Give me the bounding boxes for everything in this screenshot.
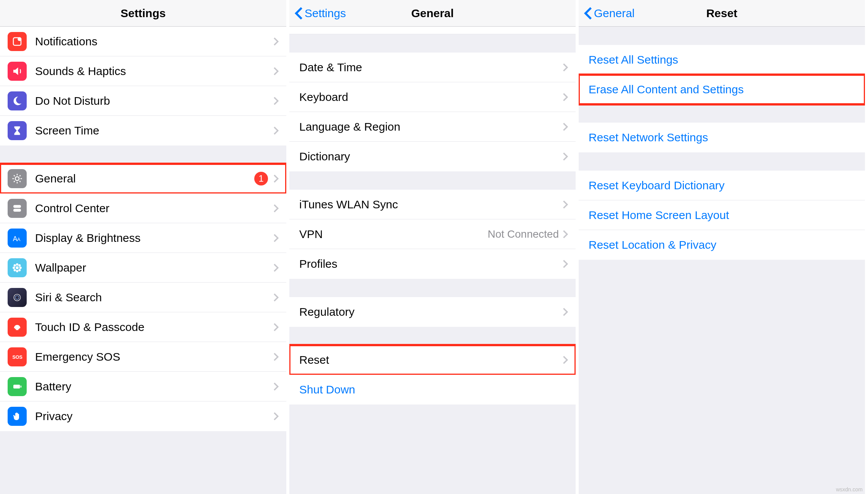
- row-control-center[interactable]: Control Center: [0, 193, 286, 223]
- row-notifications[interactable]: Notifications: [0, 27, 286, 56]
- row-sounds-haptics[interactable]: Sounds & Haptics: [0, 56, 286, 86]
- row-battery[interactable]: Battery: [0, 372, 286, 401]
- row-label: Profiles: [299, 257, 563, 270]
- row-label: Notifications: [35, 35, 273, 48]
- svg-text:A: A: [13, 235, 18, 242]
- general-header: Settings General: [289, 0, 576, 27]
- row-label: Erase All Content and Settings: [589, 83, 857, 96]
- row-reset[interactable]: Reset: [289, 345, 576, 375]
- chevron-right-icon: [273, 174, 279, 183]
- notification-badge: 1: [254, 172, 268, 185]
- row-itunes-wlan-sync[interactable]: iTunes WLAN Sync: [289, 190, 576, 219]
- row-reset-network-settings[interactable]: Reset Network Settings: [579, 123, 865, 152]
- row-label: Reset: [299, 353, 563, 366]
- sounds-icon: [8, 62, 27, 81]
- svg-rect-11: [13, 205, 21, 208]
- chevron-right-icon: [273, 96, 279, 106]
- row-do-not-disturb[interactable]: Do Not Disturb: [0, 86, 286, 116]
- row-siri-search[interactable]: Siri & Search: [0, 283, 286, 312]
- svg-point-17: [16, 270, 18, 272]
- svg-point-2: [15, 177, 19, 181]
- chevron-right-icon: [273, 352, 279, 361]
- row-touch-id-passcode[interactable]: Touch ID & Passcode: [0, 312, 286, 342]
- chevron-right-icon: [563, 230, 568, 239]
- row-reset-keyboard-dictionary[interactable]: Reset Keyboard Dictionary: [579, 171, 865, 200]
- row-label: Emergency SOS: [35, 350, 273, 363]
- row-erase-all-content[interactable]: Erase All Content and Settings: [579, 75, 865, 104]
- back-label: Settings: [305, 7, 346, 20]
- row-label: Siri & Search: [35, 291, 273, 304]
- settings-title: Settings: [0, 7, 286, 20]
- partial-row: [289, 27, 576, 34]
- chevron-right-icon: [273, 263, 279, 272]
- row-label: Date & Time: [299, 61, 563, 74]
- reset-header: General Reset: [579, 0, 865, 27]
- text-size-icon: AA: [8, 229, 27, 248]
- chevron-right-icon: [563, 355, 568, 365]
- flower-icon: [8, 258, 27, 277]
- battery-icon: [8, 377, 27, 396]
- row-label: Battery: [35, 380, 273, 393]
- notifications-icon: [8, 32, 27, 51]
- row-label: Reset All Settings: [589, 53, 857, 66]
- reset-panel: General Reset Reset All Settings Erase A…: [579, 0, 868, 494]
- row-label: Reset Home Screen Layout: [589, 209, 857, 222]
- row-label: Wallpaper: [35, 261, 273, 274]
- row-keyboard[interactable]: Keyboard: [289, 82, 576, 112]
- svg-point-20: [14, 264, 16, 266]
- back-button[interactable]: Settings: [295, 6, 346, 20]
- moon-icon: [8, 91, 27, 110]
- group-separator: [579, 27, 865, 45]
- chevron-right-icon: [273, 382, 279, 391]
- chevron-right-icon: [273, 37, 279, 46]
- svg-point-15: [16, 266, 19, 269]
- row-privacy[interactable]: Privacy: [0, 401, 286, 431]
- row-reset-all-settings[interactable]: Reset All Settings: [579, 45, 865, 75]
- row-wallpaper[interactable]: Wallpaper: [0, 253, 286, 283]
- svg-line-7: [14, 175, 15, 176]
- row-emergency-sos[interactable]: SOS Emergency SOS: [0, 342, 286, 372]
- svg-rect-28: [21, 385, 22, 387]
- chevron-right-icon: [273, 126, 279, 135]
- row-label: Do Not Disturb: [35, 94, 273, 107]
- row-label: Touch ID & Passcode: [35, 321, 273, 334]
- empty-space: [579, 260, 865, 494]
- row-profiles[interactable]: Profiles: [289, 249, 576, 279]
- group-separator: [289, 171, 576, 190]
- svg-rect-27: [13, 385, 20, 388]
- hourglass-icon: [8, 121, 27, 140]
- svg-rect-12: [13, 209, 21, 212]
- chevron-right-icon: [273, 323, 279, 332]
- row-label: VPN: [299, 228, 488, 241]
- row-vpn[interactable]: VPN Not Connected: [289, 219, 576, 249]
- svg-text:SOS: SOS: [13, 355, 22, 360]
- group-separator: [579, 104, 865, 123]
- group-separator: [0, 145, 286, 164]
- svg-text:A: A: [17, 237, 21, 242]
- row-screen-time[interactable]: Screen Time: [0, 116, 286, 145]
- row-reset-home-screen-layout[interactable]: Reset Home Screen Layout: [579, 200, 865, 230]
- svg-point-24: [14, 294, 21, 301]
- row-language-region[interactable]: Language & Region: [289, 112, 576, 142]
- svg-line-10: [14, 181, 15, 182]
- row-date-time[interactable]: Date & Time: [289, 53, 576, 82]
- row-label: Privacy: [35, 410, 273, 423]
- back-button[interactable]: General: [584, 6, 635, 20]
- chevron-right-icon: [273, 233, 279, 243]
- row-label: Shut Down: [299, 383, 568, 396]
- row-shut-down[interactable]: Shut Down: [289, 375, 576, 404]
- row-label: Language & Region: [299, 120, 563, 133]
- row-label: Dictionary: [299, 150, 563, 163]
- row-regulatory[interactable]: Regulatory: [289, 297, 576, 327]
- row-general[interactable]: General 1: [0, 164, 286, 193]
- row-label: iTunes WLAN Sync: [299, 198, 563, 211]
- row-label: Sounds & Haptics: [35, 65, 273, 78]
- chevron-right-icon: [563, 307, 568, 317]
- row-dictionary[interactable]: Dictionary: [289, 142, 576, 171]
- row-reset-location-privacy[interactable]: Reset Location & Privacy: [579, 230, 865, 260]
- chevron-right-icon: [273, 412, 279, 421]
- chevron-right-icon: [273, 293, 279, 302]
- row-label: Control Center: [35, 202, 273, 215]
- row-display-brightness[interactable]: AA Display & Brightness: [0, 223, 286, 253]
- siri-icon: [8, 288, 27, 307]
